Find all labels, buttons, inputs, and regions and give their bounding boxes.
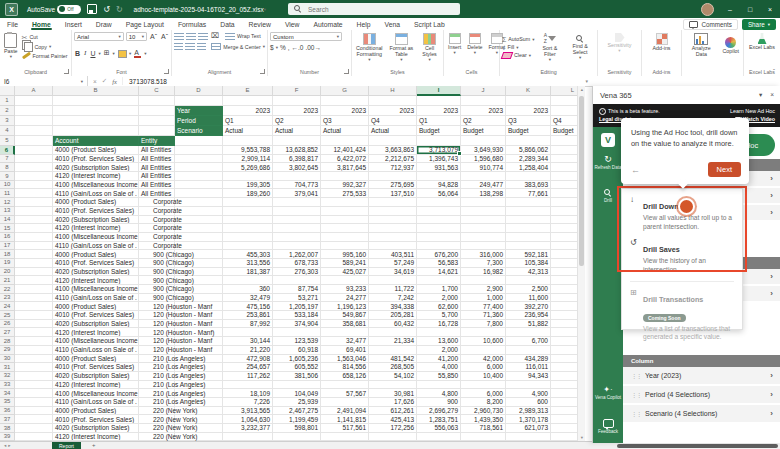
cell[interactable]: 199,305 — [223, 181, 273, 190]
cell-entity[interactable]: 210 (Los Angeles) — [139, 363, 175, 372]
cell[interactable] — [15, 106, 53, 116]
cell[interactable] — [461, 216, 506, 225]
cell[interactable]: 358,681 — [321, 320, 369, 329]
cell[interactable]: 25,939 — [273, 398, 321, 407]
cell[interactable] — [506, 96, 551, 106]
cell-account[interactable]: 4100 (Miscellaneous Income — [53, 233, 139, 242]
cell[interactable] — [15, 294, 53, 303]
row-header-18[interactable]: 18 — [0, 250, 15, 259]
cell[interactable] — [551, 415, 577, 424]
cell[interactable] — [369, 216, 417, 225]
cell[interactable]: 14,621 — [417, 268, 461, 277]
cell[interactable] — [223, 242, 273, 251]
cell-account[interactable]: 4020 (Subscription Sales) — [53, 268, 139, 277]
cell-entity[interactable]: 220 (New York) — [139, 407, 175, 416]
cell-account[interactable]: 4120 (Interest Income) — [53, 172, 139, 181]
cell[interactable]: 4,800 — [417, 389, 461, 398]
shrink-font-button[interactable]: Aˇ — [160, 33, 169, 40]
cell[interactable] — [175, 181, 223, 190]
align-right-icon[interactable] — [197, 43, 206, 50]
underline-button[interactable]: U — [89, 50, 96, 57]
cell[interactable] — [15, 346, 53, 355]
cell[interactable] — [15, 302, 53, 311]
cell[interactable]: 2,212,675 — [369, 155, 417, 164]
select-all-corner[interactable] — [0, 86, 15, 96]
cell-entity[interactable]: 210 (Los Angeles) — [139, 355, 175, 364]
cell[interactable] — [321, 233, 369, 242]
cell[interactable]: 42,000 — [461, 355, 506, 364]
new-sheet-button[interactable]: + — [92, 442, 96, 448]
underline-chevron-icon[interactable]: ▾ — [98, 51, 100, 56]
cell[interactable]: 34,619 — [369, 268, 417, 277]
cell[interactable]: 69,401 — [321, 346, 369, 355]
format-as-table-button[interactable]: Format as Table▾ — [387, 32, 417, 63]
cell[interactable] — [369, 276, 417, 285]
row-header-12[interactable]: 12 — [0, 198, 15, 207]
row-header-11[interactable]: 11 — [0, 189, 15, 198]
fill-color-button[interactable] — [117, 44, 127, 62]
cell-entity[interactable]: 220 (New York) — [139, 433, 175, 441]
cell[interactable]: 425,413 — [369, 415, 417, 424]
cell[interactable]: Entity — [139, 136, 175, 146]
cell[interactable] — [321, 136, 369, 146]
cell[interactable]: 62,600 — [417, 302, 461, 311]
cell[interactable]: 2,909,114 — [223, 155, 273, 164]
cell[interactable]: Actual — [369, 126, 417, 136]
row-header-26[interactable]: 26 — [0, 320, 15, 329]
cell[interactable]: 403,511 — [369, 250, 417, 259]
cell[interactable] — [417, 224, 461, 233]
cell[interactable] — [175, 233, 223, 242]
cell[interactable] — [506, 207, 551, 216]
cell[interactable]: Budget — [461, 126, 506, 136]
spreadsheet-grid[interactable]: ABCDEFGHIJKL12Year2023202320232023202320… — [0, 86, 577, 441]
cell[interactable]: 1,262,007 — [273, 250, 321, 259]
row-header-20[interactable]: 20 — [0, 268, 15, 277]
cell[interactable]: 268,505 — [369, 363, 417, 372]
cell[interactable] — [551, 398, 577, 407]
vertical-scrollbar-thumb[interactable] — [579, 96, 584, 266]
cell[interactable]: 9,553,788 — [223, 146, 273, 155]
cell-account[interactable]: 4100 (Miscellaneous Income — [53, 181, 139, 190]
drill-saves-item[interactable]: ↺ Drill Saves View the history of an int… — [630, 238, 734, 275]
cell[interactable]: 60,918 — [273, 346, 321, 355]
autosave-toggle[interactable]: AutoSave Off — [27, 5, 81, 14]
cell[interactable]: 1,258,404 — [506, 163, 551, 172]
cell[interactable] — [551, 407, 577, 416]
vena-copilot-button[interactable]: ✦· Vena Copilot — [593, 386, 623, 401]
workbook-filename[interactable]: adhoc-template-2025-04-16T02_20_05Z.xlsx — [134, 6, 264, 13]
cell[interactable] — [321, 328, 369, 337]
cell-entity[interactable]: 210 (Los Angeles) — [139, 389, 175, 398]
row-header-8[interactable]: 8 — [0, 163, 15, 172]
cell[interactable]: Q4 — [551, 116, 577, 126]
cell[interactable]: 172,256 — [369, 424, 417, 433]
cell[interactable]: 5,866,062 — [506, 146, 551, 155]
search-input[interactable] — [306, 5, 440, 14]
cell[interactable] — [175, 207, 223, 216]
menu-tab-view[interactable]: View — [278, 18, 307, 30]
cell[interactable]: 592,181 — [506, 250, 551, 259]
cell[interactable]: Q2 — [273, 116, 321, 126]
cell[interactable]: Budget — [506, 126, 551, 136]
cell[interactable]: 11,600 — [506, 294, 551, 303]
merge-center-button[interactable]: Merge & Center▾ — [211, 43, 265, 50]
cell[interactable] — [551, 320, 577, 329]
font-dialog-launcher[interactable] — [164, 69, 169, 74]
cell[interactable]: 32,479 — [223, 294, 273, 303]
cell-account[interactable]: 4000 (Product Sales) — [53, 302, 139, 311]
copy-button[interactable]: Copy▾ — [22, 42, 68, 52]
cell[interactable]: 56,583 — [417, 259, 461, 268]
cell[interactable]: 517,561 — [321, 424, 369, 433]
cell[interactable]: 56,064 — [417, 189, 461, 198]
cell[interactable]: 30,981 — [369, 389, 417, 398]
cell[interactable]: 455,303 — [223, 250, 273, 259]
cell[interactable]: 116,011 — [506, 363, 551, 372]
cell-entity[interactable]: 900 (Chicago) — [139, 250, 175, 259]
cell[interactable] — [417, 381, 461, 390]
cell[interactable]: 1,700 — [417, 285, 461, 294]
cell[interactable]: 2,491,094 — [321, 407, 369, 416]
cell[interactable] — [461, 96, 506, 106]
cell-entity[interactable]: 900 (Chicago) — [139, 294, 175, 303]
cell[interactable]: 138,298 — [461, 189, 506, 198]
row-header-19[interactable]: 19 — [0, 259, 15, 268]
cell[interactable] — [551, 155, 577, 164]
